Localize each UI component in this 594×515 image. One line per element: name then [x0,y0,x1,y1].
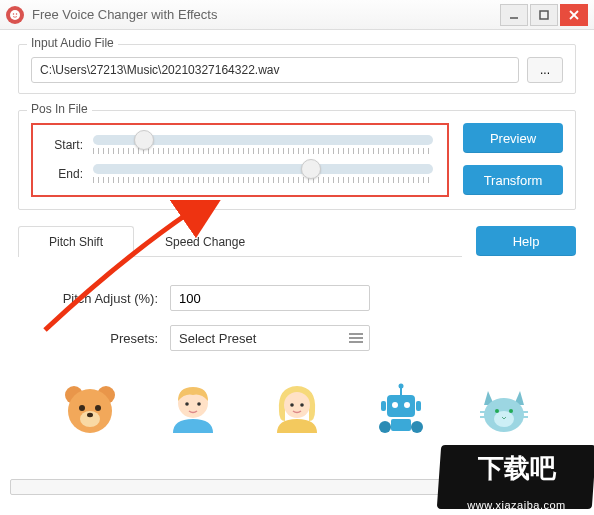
maximize-button[interactable] [530,4,558,26]
end-label: End: [47,167,93,181]
svg-point-23 [404,402,410,408]
svg-point-28 [379,421,391,433]
pitch-adjust-input[interactable] [170,285,370,311]
tab-speed-change[interactable]: Speed Change [134,226,276,256]
preset-robot[interactable] [371,381,431,437]
effect-tabs: Pitch Shift Speed Change [18,226,462,257]
svg-point-33 [509,409,513,413]
svg-rect-36 [522,411,528,413]
svg-point-0 [10,10,20,20]
svg-point-16 [198,402,202,406]
svg-point-2 [16,13,18,15]
preset-bear[interactable] [60,381,120,437]
end-slider[interactable] [93,164,433,183]
tab-pitch-shift[interactable]: Pitch Shift [18,226,134,256]
svg-point-22 [392,402,398,408]
pos-sliders-panel: Start: End: [31,123,449,197]
start-label: Start: [47,138,93,152]
input-file-legend: Input Audio File [27,36,118,50]
svg-point-11 [95,405,101,411]
svg-rect-27 [416,401,421,411]
window-controls [498,4,588,26]
menu-icon [349,333,363,343]
input-file-group: Input Audio File ... [18,44,576,94]
pitch-shift-panel: Pitch Adjust (%): Presets: Select Preset [18,257,576,453]
svg-rect-26 [381,401,386,411]
app-icon [6,6,24,24]
preset-girl[interactable] [267,381,327,437]
preset-icons-row [30,365,564,441]
presets-select[interactable]: Select Preset [170,325,370,351]
audio-path-input[interactable] [31,57,519,83]
svg-point-25 [398,384,403,389]
close-button[interactable] [560,4,588,26]
preview-button[interactable]: Preview [463,123,563,153]
svg-point-15 [186,402,190,406]
svg-point-18 [290,403,294,407]
svg-rect-4 [540,11,548,19]
watermark: 下载吧 www.xiazaiba.com [439,445,594,515]
window-title: Free Voice Changer with Effects [32,7,498,22]
titlebar: Free Voice Changer with Effects [0,0,594,30]
svg-rect-35 [480,416,486,418]
start-slider[interactable] [93,135,433,154]
svg-rect-20 [387,395,415,417]
svg-point-29 [411,421,423,433]
pos-in-file-group: Pos In File Start: End: [18,110,576,210]
browse-button[interactable]: ... [527,57,563,83]
svg-rect-34 [480,411,486,413]
svg-rect-21 [391,419,411,431]
presets-label: Presets: [30,331,170,346]
transform-button[interactable]: Transform [463,165,563,195]
help-button[interactable]: Help [476,226,576,256]
svg-point-19 [300,403,304,407]
pos-legend: Pos In File [27,102,92,116]
preset-cat[interactable] [474,381,534,437]
preset-boy[interactable] [163,381,223,437]
pitch-adjust-label: Pitch Adjust (%): [30,291,170,306]
svg-point-13 [87,413,93,417]
svg-point-10 [79,405,85,411]
svg-point-32 [495,409,499,413]
svg-point-17 [284,392,310,418]
minimize-button[interactable] [500,4,528,26]
svg-rect-37 [522,416,528,418]
svg-point-1 [13,13,15,15]
